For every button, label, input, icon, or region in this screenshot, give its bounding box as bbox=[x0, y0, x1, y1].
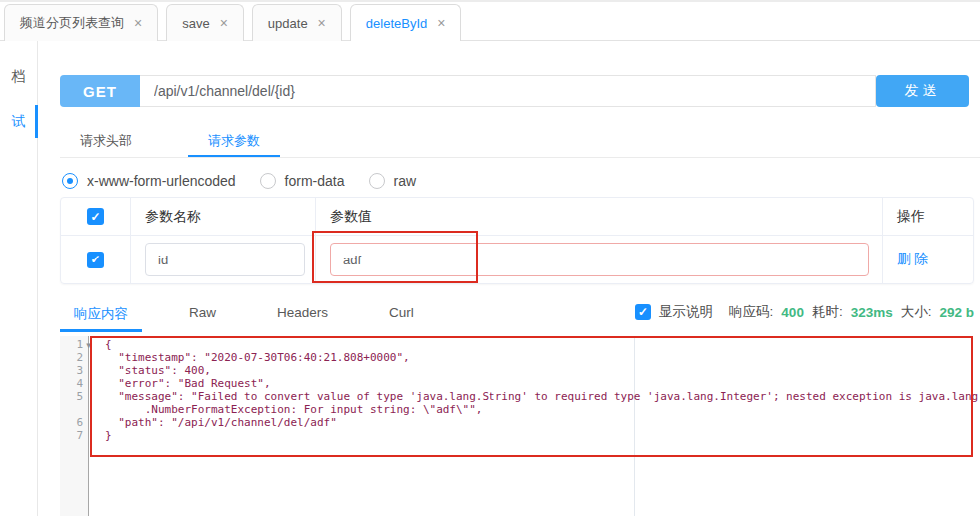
response-bar: 响应内容 Raw Headers Curl ✓ 显示说明 响应码: 400 耗时… bbox=[60, 299, 974, 332]
select-all-checkbox[interactable]: ✓ bbox=[87, 208, 104, 225]
line-number: 6 bbox=[60, 416, 89, 429]
table-row: ✓ 删除 bbox=[61, 236, 973, 283]
param-table: ✓ 参数名称 参数值 操作 ✓ 删除 bbox=[60, 197, 974, 284]
tab-label: 频道分页列表查询 bbox=[20, 14, 124, 32]
debug-panel: GET 发送 请求头部 请求参数 x-www-form-urlencoded f… bbox=[38, 41, 980, 516]
left-rail: 档 试 bbox=[0, 41, 38, 516]
line-number bbox=[60, 403, 89, 416]
response-code-editor[interactable]: 1▼ { 2 "timestamp": "2020-07-30T06:40:21… bbox=[60, 336, 980, 516]
response-stats: ✓ 显示说明 响应码: 400 耗时: 323ms 大小: 292 b bbox=[635, 303, 974, 321]
delete-row-button[interactable]: 删除 bbox=[897, 251, 931, 268]
radio-label: x-www-form-urlencoded bbox=[87, 173, 236, 189]
close-icon[interactable]: × bbox=[318, 16, 326, 30]
close-icon[interactable]: × bbox=[220, 16, 228, 30]
code-text: "path": "/api/v1/channel/del/adf" bbox=[89, 416, 337, 429]
tab-label: deleteById bbox=[366, 16, 427, 31]
line-number: 4 bbox=[60, 377, 89, 390]
col-action: 操作 bbox=[883, 198, 973, 235]
radio-raw[interactable]: raw bbox=[369, 173, 417, 189]
send-button[interactable]: 发送 bbox=[876, 75, 969, 107]
body-type-radios: x-www-form-urlencoded form-data raw bbox=[62, 171, 416, 191]
http-method-badge: GET bbox=[60, 75, 140, 107]
radio-x-www-form-urlencoded[interactable]: x-www-form-urlencoded bbox=[62, 173, 236, 189]
col-param-name: 参数名称 bbox=[131, 198, 316, 235]
close-icon[interactable]: × bbox=[437, 16, 445, 30]
code-lines: 1▼ { 2 "timestamp": "2020-07-30T06:40:21… bbox=[60, 338, 980, 442]
code-text: "error": "Bad Request", bbox=[89, 377, 271, 390]
radio-label: raw bbox=[394, 173, 417, 189]
request-section-tabs: 请求头部 请求参数 bbox=[60, 126, 980, 158]
show-desc-label: 显示说明 bbox=[659, 303, 713, 321]
tab-headers[interactable]: Headers bbox=[263, 299, 342, 332]
tab-request-headers[interactable]: 请求头部 bbox=[60, 126, 152, 157]
tab-raw[interactable]: Raw bbox=[175, 299, 230, 332]
rail-tab-document[interactable]: 档 bbox=[0, 68, 37, 86]
code-line: 6 "path": "/api/v1/channel/del/adf" bbox=[60, 416, 980, 429]
code-text: { bbox=[89, 338, 112, 351]
param-table-header: ✓ 参数名称 参数值 操作 bbox=[61, 198, 973, 236]
code-text: } bbox=[89, 429, 112, 442]
radio-icon[interactable] bbox=[369, 173, 385, 189]
code-text: "timestamp": "2020-07-30T06:40:21.808+00… bbox=[89, 351, 410, 364]
tab-label: save bbox=[182, 16, 209, 31]
radio-icon[interactable] bbox=[260, 173, 276, 189]
rail-tab-debug[interactable]: 试 bbox=[0, 113, 37, 131]
code-line: 3 "status": 400, bbox=[60, 364, 980, 377]
close-icon[interactable]: × bbox=[134, 16, 142, 30]
code-line: 1▼ { bbox=[60, 338, 980, 351]
status-code-label: 响应码: bbox=[729, 303, 773, 321]
tab-deletebyid[interactable]: deleteById × bbox=[350, 4, 462, 41]
duration-value: 323ms bbox=[851, 305, 893, 320]
url-row: GET 发送 bbox=[60, 75, 969, 107]
code-line: 5 "message": "Failed to convert value of… bbox=[60, 390, 980, 403]
tab-request-params[interactable]: 请求参数 bbox=[188, 126, 280, 157]
code-text: .NumberFormatException: For input string… bbox=[89, 403, 483, 416]
size-label: 大小: bbox=[901, 303, 932, 321]
code-text: "message": "Failed to convert value of t… bbox=[89, 390, 978, 403]
tab-update[interactable]: update × bbox=[252, 4, 342, 41]
tab-response-content[interactable]: 响应内容 bbox=[60, 299, 142, 332]
code-line-wrap: .NumberFormatException: For input string… bbox=[60, 403, 980, 416]
row-checkbox[interactable]: ✓ bbox=[87, 252, 104, 268]
url-input[interactable] bbox=[140, 75, 876, 107]
duration-label: 耗时: bbox=[812, 303, 843, 321]
line-number: 7 bbox=[60, 429, 89, 442]
status-code-value: 400 bbox=[781, 305, 804, 320]
param-value-input[interactable] bbox=[330, 243, 869, 276]
line-number: 1 bbox=[76, 338, 83, 351]
request-tab-bar: 频道分页列表查询 × save × update × deleteById × bbox=[0, 2, 980, 41]
code-line: 2 "timestamp": "2020-07-30T06:40:21.808+… bbox=[60, 351, 980, 364]
col-param-value: 参数值 bbox=[316, 198, 883, 235]
param-name-input[interactable] bbox=[145, 243, 305, 276]
size-value: 292 b bbox=[939, 305, 974, 320]
line-number: 3 bbox=[60, 364, 89, 377]
tab-curl[interactable]: Curl bbox=[375, 299, 428, 332]
radio-form-data[interactable]: form-data bbox=[260, 173, 345, 189]
radio-selected-icon[interactable] bbox=[62, 173, 78, 189]
code-line: 7 } bbox=[60, 429, 980, 442]
line-number: 2 bbox=[60, 351, 89, 364]
code-line: 4 "error": "Bad Request", bbox=[60, 377, 980, 390]
code-text: "status": 400, bbox=[89, 364, 211, 377]
tab-save[interactable]: save × bbox=[166, 4, 244, 41]
tab-channel-page-list[interactable]: 频道分页列表查询 × bbox=[4, 4, 158, 41]
radio-label: form-data bbox=[285, 173, 345, 189]
show-desc-checkbox[interactable]: ✓ bbox=[635, 304, 651, 320]
tab-label: update bbox=[268, 16, 308, 31]
line-number: 5 bbox=[60, 390, 89, 403]
